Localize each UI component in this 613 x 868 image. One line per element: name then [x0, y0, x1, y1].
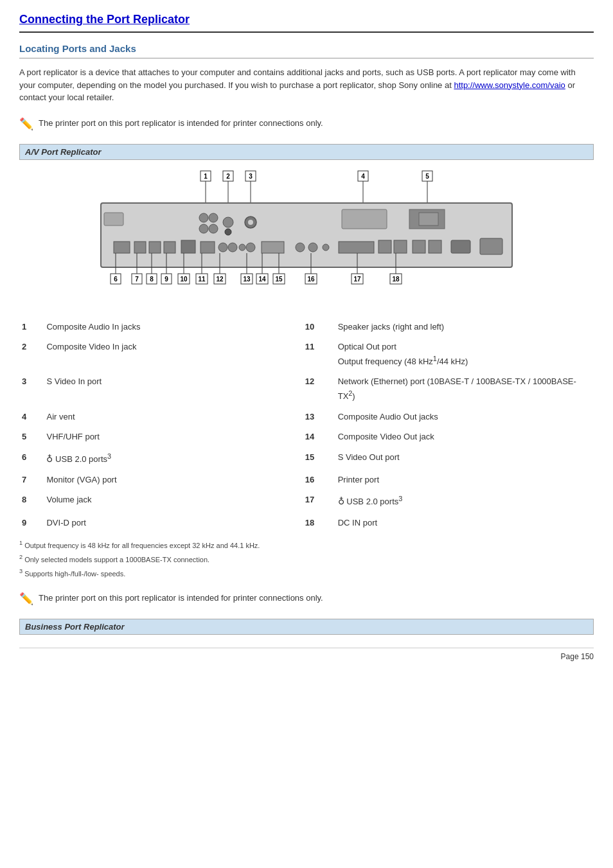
port-diagram-svg: 1 2 3 4 5 [82, 168, 531, 309]
svg-text:14: 14 [258, 276, 266, 283]
port-num-13: 13 [303, 407, 335, 427]
note-text-1: The printer port on this port replicator… [39, 118, 323, 128]
port-num-2: 2 [19, 337, 44, 371]
av-port-replicator-header: A/V Port Replicator [19, 144, 594, 160]
svg-rect-47 [451, 240, 470, 253]
port-desc-14: Composite Video Out jack [335, 427, 594, 447]
page-title: Connecting the Port Replicator [19, 13, 594, 26]
usb-icon-6: ♁ [46, 454, 53, 464]
svg-point-19 [209, 224, 218, 233]
port-num-7: 7 [19, 470, 44, 490]
av-port-diagram: 1 2 3 4 5 [19, 168, 594, 309]
svg-point-41 [323, 244, 329, 251]
svg-rect-32 [181, 240, 195, 253]
svg-rect-44 [394, 240, 407, 253]
port-num-6: 6 [19, 447, 44, 470]
svg-point-37 [246, 243, 255, 252]
svg-point-40 [308, 243, 317, 252]
svg-point-21 [225, 229, 231, 235]
svg-text:15: 15 [275, 276, 283, 283]
port-desc-1: Composite Audio In jacks [44, 317, 302, 337]
port-num-9: 9 [19, 513, 44, 533]
note-icon-2: ✏️ [19, 592, 33, 606]
port-desc-5: VHF/UHF port [44, 427, 302, 447]
footnote-num-1: 1 [19, 540, 22, 546]
svg-rect-27 [104, 213, 123, 226]
footnote-2: 2 Only selected models support a 1000BAS… [19, 553, 594, 565]
section-divider [19, 58, 594, 58]
note-text-2: The printer port on this port replicator… [39, 593, 323, 603]
svg-text:11: 11 [198, 276, 206, 283]
svg-rect-43 [378, 240, 391, 253]
section-title: Locating Ports and Jacks [19, 43, 594, 54]
ports-table: 1 Composite Audio In jacks 10 Speaker ja… [19, 317, 594, 533]
svg-text:16: 16 [307, 276, 315, 283]
port-desc-10: Speaker jacks (right and left) [335, 317, 594, 337]
svg-point-18 [199, 224, 208, 233]
port-desc-18: DC IN port [335, 513, 594, 533]
svg-text:4: 4 [361, 173, 365, 180]
svg-rect-29 [134, 242, 146, 253]
port-desc-6: ♁ USB 2.0 ports3 [44, 447, 302, 470]
port-num-5: 5 [19, 427, 44, 447]
table-row: 5 VHF/UHF port 14 Composite Video Out ja… [19, 427, 594, 447]
table-row: 2 Composite Video In jack 11 Optical Out… [19, 337, 594, 371]
port-num-18: 18 [303, 513, 335, 533]
port-desc-17: ♁ USB 2.0 ports3 [335, 490, 594, 512]
footnote-ref-3b: 3 [398, 495, 402, 502]
svg-rect-38 [262, 242, 284, 253]
svg-rect-46 [429, 240, 441, 253]
svg-point-17 [209, 213, 218, 222]
svg-text:17: 17 [353, 276, 361, 283]
footnote-num-2: 2 [19, 554, 22, 560]
page-number: Page 150 [19, 648, 594, 661]
svg-rect-31 [164, 242, 175, 253]
footnote-1: 1 Output frequency is 48 kHz for all fre… [19, 539, 594, 551]
table-row: 3 S Video In port 12 Network (Ethernet) … [19, 371, 594, 406]
note-box-2: ✏️ The printer port on this port replica… [19, 589, 594, 610]
port-num-12: 12 [303, 371, 335, 406]
svg-text:9: 9 [164, 276, 168, 283]
port-desc-11: Optical Out portOutput frequency (48 kHz… [335, 337, 594, 371]
port-desc-3: S Video In port [44, 371, 302, 406]
vaio-link[interactable]: http://www.sonystyle.com/vaio [454, 80, 565, 90]
svg-text:7: 7 [135, 276, 139, 283]
svg-rect-33 [200, 242, 215, 253]
svg-rect-15 [101, 203, 512, 267]
port-num-16: 16 [303, 470, 335, 490]
table-row: 9 DVI-D port 18 DC IN port [19, 513, 594, 533]
svg-rect-30 [149, 242, 161, 253]
svg-rect-24 [342, 209, 387, 229]
table-row: 1 Composite Audio In jacks 10 Speaker ja… [19, 317, 594, 337]
port-desc-7: Monitor (VGA) port [44, 470, 302, 490]
port-num-1: 1 [19, 317, 44, 337]
port-desc-15: S Video Out port [335, 447, 594, 470]
port-num-3: 3 [19, 371, 44, 406]
svg-text:10: 10 [180, 276, 188, 283]
footnote-ref-1: 1 [433, 355, 437, 362]
port-desc-13: Composite Audio Out jacks [335, 407, 594, 427]
table-row: 7 Monitor (VGA) port 16 Printer port [19, 470, 594, 490]
table-row: 8 Volume jack 17 ♁ USB 2.0 ports3 [19, 490, 594, 512]
title-divider [19, 31, 594, 33]
svg-point-36 [239, 244, 245, 251]
svg-rect-28 [114, 242, 130, 253]
svg-rect-48 [480, 238, 502, 254]
port-desc-8: Volume jack [44, 490, 302, 512]
svg-text:12: 12 [216, 276, 224, 283]
footnote-ref-2a: 2 [348, 389, 352, 397]
svg-text:2: 2 [226, 173, 230, 180]
svg-text:8: 8 [150, 276, 154, 283]
port-num-14: 14 [303, 427, 335, 447]
table-row: 6 ♁ USB 2.0 ports3 15 S Video Out port [19, 447, 594, 470]
footnote-3: 3 Supports high-/full-/low- speeds. [19, 567, 594, 579]
svg-rect-26 [419, 213, 438, 226]
port-desc-2: Composite Video In jack [44, 337, 302, 371]
note-box-1: ✏️ The printer port on this port replica… [19, 114, 594, 135]
port-desc-12: Network (Ethernet) port (10BASE-T / 100B… [335, 371, 594, 406]
svg-text:5: 5 [425, 173, 429, 180]
note-icon-1: ✏️ [19, 117, 33, 131]
footnote-num-3: 3 [19, 568, 22, 574]
table-row: 4 Air vent 13 Composite Audio Out jacks [19, 407, 594, 427]
port-num-15: 15 [303, 447, 335, 470]
